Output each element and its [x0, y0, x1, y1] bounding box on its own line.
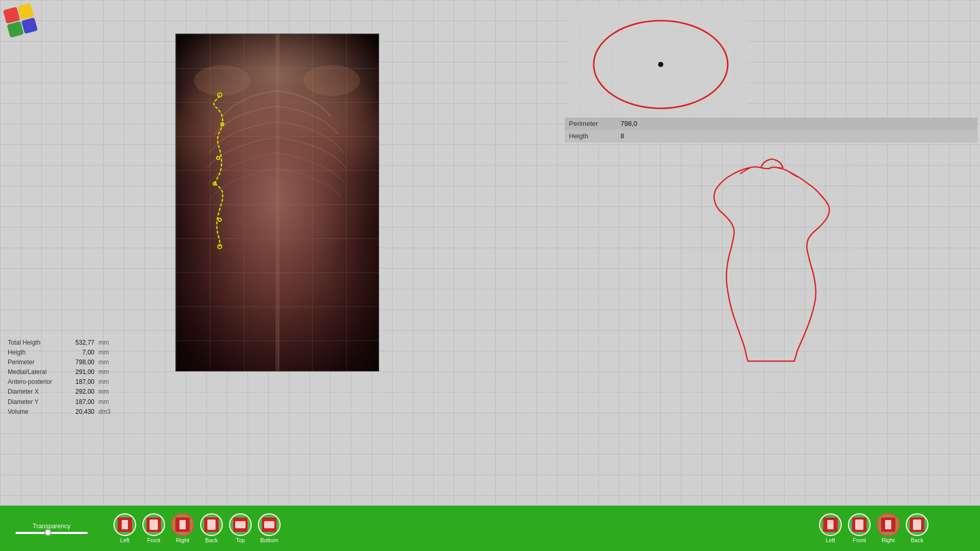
- view-btn-bottom-1[interactable]: Bottom: [258, 513, 281, 543]
- btn-shape-back-1: [207, 520, 216, 530]
- body-silhouette-view: [565, 152, 977, 369]
- svg-point-5: [217, 156, 220, 159]
- btn-inner-top-1: [233, 517, 248, 532]
- logo-block-green: [7, 21, 23, 38]
- stat-row-volume: Volume 20,430 dm3: [8, 407, 110, 417]
- cross-section-view: [567, 5, 748, 124]
- stat-unit-diameter-y: mm: [99, 397, 109, 407]
- stat-label-diameter-x: Diameter X: [8, 387, 64, 397]
- perimeter-value: 798,0: [620, 120, 638, 127]
- btn-shape-left-2: [827, 520, 834, 529]
- view-btn-top-1-icon[interactable]: [229, 513, 252, 536]
- btn-inner-front-1: [146, 517, 161, 532]
- stat-label-total-height: Total Heigth: [8, 338, 64, 348]
- view-btn-top-1[interactable]: Top: [229, 513, 252, 543]
- slider-thumb[interactable]: [44, 529, 52, 536]
- view-buttons-group-1: Left Front Right Back: [113, 513, 281, 543]
- stat-row-diameter-y: Diameter Y 187,00 mm: [8, 397, 110, 407]
- cross-section-svg: [570, 10, 745, 119]
- stat-row-diameter-x: Diameter X 292,00 mm: [8, 387, 110, 397]
- stat-value-height: 7,00: [69, 348, 94, 358]
- stat-unit-volume: dm3: [99, 407, 110, 417]
- xray-view: [175, 34, 379, 371]
- view-btn-top-1-label: Top: [236, 537, 245, 543]
- stat-value-medial: 291,00: [69, 367, 94, 377]
- stat-label-volume: Volume: [8, 407, 64, 417]
- stat-value-perimeter: 798,00: [69, 358, 94, 367]
- view-btn-left-1-icon[interactable]: [113, 513, 136, 536]
- stat-unit-antero: mm: [99, 377, 109, 387]
- view-btn-bottom-1-label: Bottom: [260, 537, 279, 543]
- stat-unit-total-height: mm: [99, 338, 109, 348]
- btn-shape-right-1: [179, 520, 186, 529]
- btn-inner-bottom-1: [262, 517, 276, 532]
- btn-inner-left-1: [118, 517, 132, 532]
- view-btn-front-1-icon[interactable]: [142, 513, 165, 536]
- logo-block-red: [3, 7, 20, 23]
- view-btn-front-2-icon[interactable]: [848, 513, 871, 536]
- view-btn-right-2[interactable]: Right: [877, 513, 900, 543]
- view-btn-front-2[interactable]: Front: [848, 513, 871, 543]
- view-btn-right-2-icon[interactable]: [877, 513, 900, 536]
- stat-label-diameter-y: Diameter Y: [8, 397, 64, 407]
- stat-value-diameter-x: 292,00: [69, 387, 94, 397]
- perimeter-row: Perimeter 798,0: [565, 118, 977, 130]
- btn-shape-right-2: [885, 520, 891, 529]
- stat-label-antero: Antero-posterior: [8, 377, 64, 387]
- view-btn-left-2[interactable]: Left: [819, 513, 842, 543]
- bottom-toolbar: Transparency Left Front: [0, 506, 980, 551]
- view-btn-back-1-icon[interactable]: [200, 513, 223, 536]
- view-btn-left-2-label: Left: [826, 537, 835, 543]
- stat-label-height: Heigth: [8, 348, 64, 358]
- contour-svg: [176, 34, 379, 371]
- btn-shape-top-1: [235, 521, 246, 528]
- perimeter-label: Perimeter: [569, 120, 610, 127]
- view-btn-back-2-icon[interactable]: [906, 513, 928, 536]
- btn-shape-front-2: [855, 520, 863, 530]
- stat-row-height: Heigth 7,00 mm: [8, 348, 110, 358]
- view-btn-left-2-icon[interactable]: [819, 513, 842, 536]
- stat-unit-diameter-x: mm: [99, 387, 109, 397]
- view-btn-left-1[interactable]: Left: [113, 513, 136, 543]
- stat-row-medial: Medial/Lateral 291,00 mm: [8, 367, 110, 377]
- view-btn-front-1-label: Front: [147, 537, 160, 543]
- view-buttons-group-2: Left Front Right Back: [819, 513, 928, 543]
- view-btn-front-1[interactable]: Front: [142, 513, 165, 543]
- svg-point-7: [218, 218, 221, 221]
- height-label: Heigth: [569, 132, 610, 140]
- view-btn-back-1[interactable]: Back: [200, 513, 223, 543]
- btn-shape-left-1: [122, 520, 128, 529]
- btn-inner-left-2: [823, 517, 838, 532]
- xray-image: [176, 34, 379, 371]
- logo-block-blue: [21, 17, 38, 34]
- measurement-info: Perimeter 798,0 Heigth 8: [565, 118, 977, 142]
- view-btn-left-1-label: Left: [120, 537, 129, 543]
- btn-inner-right-2: [881, 517, 895, 532]
- stat-label-perimeter: Perimeter: [8, 358, 64, 367]
- stat-value-volume: 20,430: [69, 407, 94, 417]
- transparency-slider[interactable]: [15, 532, 88, 534]
- view-btn-bottom-1-icon[interactable]: [258, 513, 281, 536]
- view-btn-back-2[interactable]: Back: [906, 513, 928, 543]
- app-logo: [6, 6, 37, 37]
- svg-point-11: [658, 62, 663, 67]
- transparency-section: Transparency: [10, 523, 93, 534]
- svg-rect-12: [689, 157, 854, 364]
- stat-value-total-height: 532,77: [69, 338, 94, 348]
- svg-rect-9: [570, 10, 745, 119]
- view-btn-right-1-icon[interactable]: [171, 513, 194, 536]
- stat-value-diameter-y: 187,00: [69, 397, 94, 407]
- view-btn-front-2-label: Front: [853, 537, 866, 543]
- btn-shape-bottom-1: [264, 521, 274, 528]
- btn-inner-back-1: [204, 517, 219, 532]
- btn-inner-front-2: [852, 517, 867, 532]
- stat-unit-perimeter: mm: [99, 358, 109, 367]
- height-row: Heigth 8: [565, 130, 977, 142]
- view-btn-right-1[interactable]: Right: [171, 513, 194, 543]
- body-silhouette-svg: [689, 157, 854, 364]
- stat-row-antero: Antero-posterior 187,00 mm: [8, 377, 110, 387]
- btn-shape-front-1: [150, 520, 158, 530]
- stat-unit-height: mm: [99, 348, 109, 358]
- height-value: 8: [620, 132, 624, 140]
- stat-value-antero: 187,00: [69, 377, 94, 387]
